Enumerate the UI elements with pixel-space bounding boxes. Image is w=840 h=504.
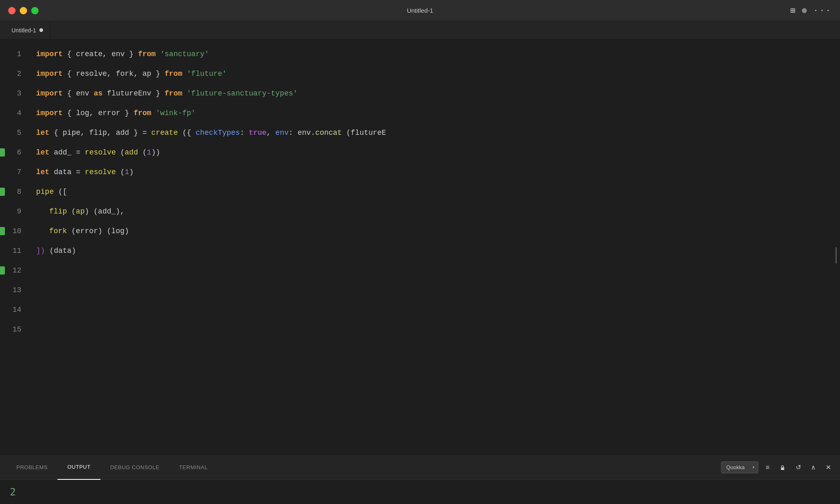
scrollbar[interactable] — [835, 247, 837, 263]
refresh-button[interactable]: ↺ — [793, 462, 803, 473]
line-number-4: 4 — [0, 103, 30, 123]
line-number-7: 7 — [0, 162, 30, 182]
tab-unsaved-dot — [39, 28, 43, 32]
line-number-14: 14 — [0, 300, 30, 320]
split-editor-icon[interactable]: ⊞ — [790, 5, 795, 16]
window-title: Untitled-1 — [407, 7, 433, 14]
minimize-button[interactable] — [20, 7, 27, 14]
more-options-icon[interactable]: ··· — [813, 6, 832, 15]
output-value: 2 — [10, 486, 16, 498]
code-line-13: flip (ap) (add_), — [30, 202, 840, 221]
code-line-3: import { env as flutureEnv } from 'flutu… — [30, 84, 840, 103]
panel-tabs: PROBLEMS OUTPUT DEBUG CONSOLE TERMINAL Q… — [0, 455, 840, 479]
line-number-15: 15 — [0, 320, 30, 339]
output-area: 2 — [0, 479, 840, 504]
line-numbers: 123456789101112131415 — [0, 39, 30, 455]
quokka-select-wrapper[interactable]: Quokka Tasks Git ▾ — [721, 461, 758, 473]
quokka-dropdown[interactable]: Quokka Tasks Git — [721, 461, 758, 473]
panel-actions: Quokka Tasks Git ▾ ≡ ↺ ∧ ✕ — [721, 461, 833, 473]
tab-label: Untitled-1 — [11, 27, 36, 34]
code-editor[interactable]: 123456789101112131415 import { create, e… — [0, 39, 840, 455]
breakpoint-indicator[interactable] — [0, 148, 5, 157]
tab-problems[interactable]: PROBLEMS — [7, 455, 57, 480]
editor-tab-untitled[interactable]: Untitled-1 — [5, 21, 50, 39]
clear-output-button[interactable]: ≡ — [763, 462, 772, 473]
line-number-9: 9 — [0, 202, 30, 221]
maximize-button[interactable] — [31, 7, 39, 14]
code-area[interactable]: import { create, env } from 'sanctuary'i… — [30, 39, 840, 455]
line-number-13: 13 — [0, 280, 30, 300]
code-line-12: pipe ([ — [30, 182, 840, 202]
tab-debug-console[interactable]: DEBUG CONSOLE — [100, 455, 169, 480]
window-controls — [8, 7, 39, 14]
breakpoint-indicator[interactable] — [0, 227, 5, 235]
status-dot — [802, 8, 807, 13]
close-button[interactable] — [8, 7, 16, 14]
breakpoint-indicator[interactable] — [0, 188, 5, 196]
line-number-11: 11 — [0, 241, 30, 261]
line-number-8: 8 — [0, 182, 30, 202]
collapse-panel-button[interactable]: ∧ — [808, 462, 818, 473]
svg-rect-0 — [781, 468, 784, 470]
line-number-2: 2 — [0, 64, 30, 84]
lock-icon — [779, 464, 786, 471]
titlebar-actions: ⊞ ··· — [790, 5, 832, 16]
code-line-15: ]) (data) — [30, 241, 840, 261]
code-line-14: fork (error) (log) — [30, 221, 840, 241]
code-line-1: import { create, env } from 'sanctuary' — [30, 44, 840, 64]
editor-tabbar: Untitled-1 — [0, 21, 840, 39]
line-number-3: 3 — [0, 84, 30, 103]
close-panel-button[interactable]: ✕ — [823, 462, 833, 473]
breakpoint-indicator[interactable] — [0, 266, 5, 275]
line-number-12: 12 — [0, 261, 30, 280]
code-line-6: let { pipe, flip, add } = create ({ chec… — [30, 123, 840, 143]
line-number-6: 6 — [0, 143, 30, 162]
code-line-8: let add_ = resolve (add (1)) — [30, 143, 840, 162]
line-number-5: 5 — [0, 123, 30, 143]
line-number-10: 10 — [0, 221, 30, 241]
code-line-4: import { log, error } from 'wink-fp' — [30, 103, 840, 123]
code-line-10: let data = resolve (1) — [30, 162, 840, 182]
tab-terminal[interactable]: TERMINAL — [169, 455, 218, 480]
titlebar: Untitled-1 ⊞ ··· — [0, 0, 840, 21]
tab-output[interactable]: OUTPUT — [57, 455, 100, 480]
lock-scroll-button[interactable] — [777, 463, 788, 472]
code-line-2: import { resolve, fork, ap } from 'flutu… — [30, 64, 840, 84]
line-number-1: 1 — [0, 44, 30, 64]
